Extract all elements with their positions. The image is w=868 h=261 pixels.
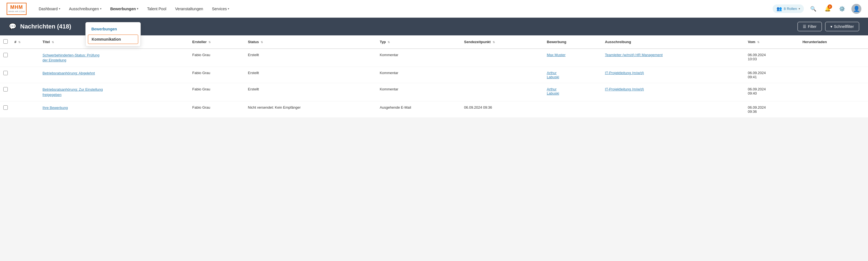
cell-sendezeitpunkt — [461, 67, 544, 83]
sort-icon[interactable]: ⇅ — [388, 41, 390, 44]
row-checkbox[interactable] — [3, 87, 8, 91]
roles-label: 8 Rollen — [784, 7, 797, 11]
cell-herunterladen — [799, 101, 868, 117]
gear-icon: ⚙️ — [839, 6, 845, 12]
th-typ: Typ ⇅ — [376, 35, 461, 49]
table-row: Ihre BewerbungFabio GrauNicht versendet:… — [0, 101, 868, 117]
nav-bewerbungen[interactable]: Bewerbungen ▾ Bewerbungen Kommunikation — [107, 4, 142, 13]
cell-vom: 06.09.2024 09:40 — [744, 83, 799, 101]
nav-talent-pool-label: Talent Pool — [147, 7, 166, 11]
search-icon: 🔍 — [810, 6, 816, 12]
cell-ausschreibung — [601, 101, 744, 117]
nav-services-label: Services — [212, 7, 227, 11]
th-hash: # ⇅ — [11, 35, 39, 49]
sort-icon[interactable]: ⇅ — [18, 41, 21, 44]
nav-items: Dashboard ▾ Ausschreibungen ▾ Bewerbunge… — [35, 4, 773, 13]
cell-sendezeitpunkt — [461, 83, 544, 101]
cell-ersteller: Fabio Grau — [189, 101, 245, 117]
sort-icon[interactable]: ⇅ — [52, 41, 54, 44]
row-checkbox[interactable] — [3, 71, 8, 75]
cell-vom: 06.09.2024 10:03 — [744, 49, 799, 67]
th-ausschreibung: Ausschreibung — [601, 35, 744, 49]
cell-herunterladen — [799, 67, 868, 83]
bewerbung-link[interactable]: Arthur Labuski — [547, 71, 559, 79]
titel-link[interactable]: Schwerbehinderten-Status: Prüfung der Ei… — [42, 53, 103, 63]
dropdown-item-kommunikation[interactable]: Kommunikation — [88, 34, 138, 44]
ausschreibung-link[interactable]: IT-Projektleitung (m/w/d) — [605, 87, 644, 91]
cell-status: Erstellt — [245, 67, 376, 83]
notification-badge: 2 — [828, 4, 832, 9]
cell-hash — [11, 67, 39, 83]
table-container: # ⇅ Titel ⇅ Ersteller ⇅ Status ⇅ — [0, 35, 868, 118]
sort-icon[interactable]: ⇅ — [261, 41, 263, 44]
logo[interactable]: MHM MHM-HR.COM — [7, 3, 27, 15]
nav-dashboard-label: Dashboard — [39, 7, 58, 11]
nav-dashboard[interactable]: Dashboard ▾ — [35, 4, 64, 13]
cell-typ: Ausgehende E-Mail — [376, 101, 461, 117]
cell-bewerbung: Arthur Labuski — [544, 83, 601, 101]
roles-button[interactable]: 👥 8 Rollen ▾ — [773, 4, 804, 13]
cell-hash — [11, 83, 39, 101]
titel-link[interactable]: Ihre Bewerbung — [42, 105, 103, 110]
cell-status: Erstellt — [245, 83, 376, 101]
nav-talent-pool[interactable]: Talent Pool — [144, 4, 169, 13]
cell-ausschreibung: IT-Projektleitung (m/w/d) — [601, 67, 744, 83]
cell-ausschreibung: IT-Projektleitung (m/w/d) — [601, 83, 744, 101]
notifications-button[interactable]: 🔔 2 — [823, 4, 833, 14]
navbar: MHM MHM-HR.COM Dashboard ▾ Ausschreibung… — [0, 0, 868, 18]
bewerbung-link[interactable]: Arthur Labuski — [547, 87, 559, 95]
chevron-down-icon: ▾ — [100, 7, 101, 10]
cell-sendezeitpunkt — [461, 49, 544, 67]
nav-veranstaltungen-label: Veranstaltungen — [175, 7, 203, 11]
dropdown-item-bewerbungen[interactable]: Bewerbungen — [86, 24, 141, 34]
settings-button[interactable]: ⚙️ — [837, 4, 847, 14]
header-actions: ☰ Filter ▾ Schnellfilter — [798, 22, 860, 31]
select-all-checkbox[interactable] — [3, 39, 8, 44]
nav-services[interactable]: Services ▾ — [209, 4, 233, 13]
cell-bewerbung: Arthur Labuski — [544, 67, 601, 83]
nav-bewerbungen-label: Bewerbungen — [110, 7, 136, 11]
th-vom: Vom ⇅ — [744, 35, 799, 49]
cell-sendezeitpunkt: 06.09.2024 09:36 — [461, 101, 544, 117]
nav-veranstaltungen[interactable]: Veranstaltungen — [172, 4, 207, 13]
nav-ausschreibungen-label: Ausschreibungen — [69, 7, 99, 11]
cell-hash — [11, 49, 39, 67]
roles-icon: 👥 — [776, 6, 782, 11]
bewerbung-link[interactable]: Max Muster — [547, 53, 566, 57]
cell-typ: Kommentar — [376, 49, 461, 67]
filter-button[interactable]: ☰ Filter — [798, 22, 822, 31]
messages-table: # ⇅ Titel ⇅ Ersteller ⇅ Status ⇅ — [0, 35, 868, 118]
sort-icon[interactable]: ⇅ — [209, 41, 211, 44]
ausschreibung-link[interactable]: IT-Projektleitung (m/w/d) — [605, 71, 644, 75]
table-wrapper: # ⇅ Titel ⇅ Ersteller ⇅ Status ⇅ — [0, 35, 868, 118]
sort-icon[interactable]: ⇅ — [757, 41, 760, 44]
row-checkbox[interactable] — [3, 53, 8, 57]
cell-titel: Schwerbehinderten-Status: Prüfung der Ei… — [39, 49, 189, 67]
filter-icon: ☰ — [803, 24, 806, 29]
ausschreibung-link[interactable]: Teamleiter (w/m/d) HR Management — [605, 53, 662, 57]
th-checkbox — [0, 35, 11, 49]
schnellfilter-button[interactable]: ▾ Schnellfilter — [825, 22, 859, 31]
titel-link[interactable]: Betriebsratsanhörung: Abgelehnt — [42, 71, 103, 76]
cell-status: Nicht versendet: Kein Empfänger — [245, 101, 376, 117]
th-sendezeitpunkt: Sendezeitpunkt ⇅ — [461, 35, 544, 49]
cell-bewerbung: Max Muster — [544, 49, 601, 67]
user-avatar[interactable]: 👤 — [851, 4, 861, 14]
chevron-down-icon: ▾ — [137, 7, 138, 10]
cell-typ: Kommentar — [376, 83, 461, 101]
avatar-image: 👤 — [851, 4, 861, 14]
nav-right: 👥 8 Rollen ▾ 🔍 🔔 2 ⚙️ 👤 — [773, 4, 861, 14]
titel-link[interactable]: Betriebsratsanhörung: Zur Einstellung fr… — [42, 87, 103, 97]
cell-ersteller: Fabio Grau — [189, 83, 245, 101]
search-button[interactable]: 🔍 — [808, 4, 818, 14]
th-ersteller: Ersteller ⇅ — [189, 35, 245, 49]
table-body: Schwerbehinderten-Status: Prüfung der Ei… — [0, 49, 868, 117]
cell-herunterladen — [799, 49, 868, 67]
sort-icon[interactable]: ⇅ — [493, 41, 495, 44]
cell-hash — [11, 101, 39, 117]
cell-titel: Betriebsratsanhörung: Abgelehnt — [39, 67, 189, 83]
cell-bewerbung — [544, 101, 601, 117]
cell-ausschreibung: Teamleiter (w/m/d) HR Management — [601, 49, 744, 67]
row-checkbox[interactable] — [3, 105, 8, 110]
nav-ausschreibungen[interactable]: Ausschreibungen ▾ — [66, 4, 105, 13]
